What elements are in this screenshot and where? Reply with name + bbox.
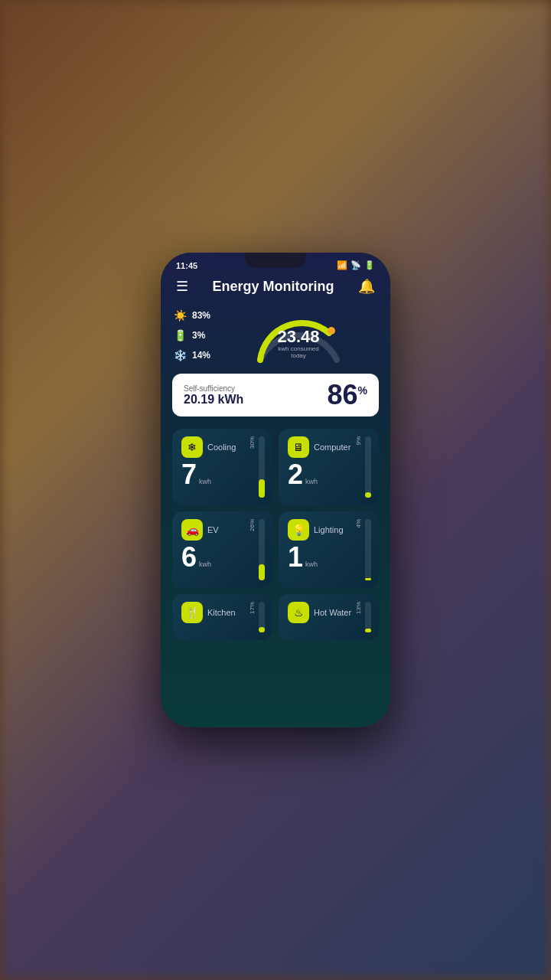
energy-cards-grid: ❄ Cooling 7 kwh 30% 🖥: [161, 423, 390, 594]
cooling-percent-label: 30%: [249, 436, 256, 449]
ev-icon: 🚗: [181, 519, 203, 541]
computer-percent-label: 9%: [355, 436, 362, 446]
stats-left-panel: ☀️ 83% 🔋 3% ❄️ 14%: [172, 308, 210, 363]
gauge-label: kwh consumed today: [274, 345, 324, 360]
app-header: ☰ Energy Monitoring 🔔: [161, 274, 390, 302]
hot-water-progress-bar: [365, 602, 371, 632]
sufficiency-percent: 86%: [328, 381, 368, 409]
battery-value: 3%: [192, 330, 205, 341]
computer-label: Computer: [314, 443, 350, 452]
cooling-unit: kwh: [199, 478, 211, 485]
kitchen-card[interactable]: 🍴 Kitchen 17%: [172, 594, 272, 640]
computer-progress-bar: [365, 436, 371, 498]
computer-icon: 🖥: [288, 436, 309, 458]
computer-number: 2: [288, 461, 303, 488]
hot-water-progress-fill: [365, 629, 371, 632]
hot-water-percent-label: 13%: [355, 602, 362, 614]
snow-value: 14%: [192, 350, 210, 361]
ev-unit: kwh: [199, 560, 211, 568]
ev-progress-fill: [259, 564, 265, 580]
lighting-unit: kwh: [305, 560, 318, 568]
kitchen-progress-fill: [259, 627, 265, 632]
cooling-progress-bar: [259, 436, 265, 498]
snow-icon: ❄️: [172, 348, 187, 363]
battery-stat-icon: 🔋: [172, 328, 187, 343]
ev-label: EV: [207, 525, 219, 534]
phone-screen: 11:45 📶 📡 🔋 ☰ Energy Monitoring 🔔 ☀️: [161, 253, 390, 727]
bottom-cards-grid: 🍴 Kitchen 17% ♨ Hot Water 13%: [161, 594, 390, 646]
computer-unit: kwh: [305, 478, 318, 485]
stats-gauge-row: ☀️ 83% 🔋 3% ❄️ 14%: [161, 302, 390, 368]
battery-stat-item: 🔋 3%: [172, 328, 210, 343]
lighting-card[interactable]: 💡 Lighting 1 kwh 4%: [279, 511, 379, 588]
cooling-card[interactable]: ❄ Cooling 7 kwh 30%: [172, 429, 272, 505]
cooling-progress-fill: [259, 479, 265, 498]
lighting-number: 1: [288, 544, 303, 571]
energy-gauge: 23.48 kwh consumed today: [218, 306, 379, 364]
status-time: 11:45: [176, 261, 197, 270]
ev-card[interactable]: 🚗 EV 6 kwh 26%: [172, 511, 272, 588]
solar-icon: ☀️: [172, 308, 187, 323]
phone-frame: 11:45 📶 📡 🔋 ☰ Energy Monitoring 🔔 ☀️: [161, 253, 390, 727]
kitchen-label: Kitchen: [207, 608, 236, 617]
hot-water-icon: ♨: [288, 602, 309, 623]
page-title: Energy Monitoring: [213, 279, 334, 295]
gauge-value: 23.48 kwh consumed today: [274, 328, 324, 360]
cooling-number: 7: [181, 461, 197, 488]
phone-notch: [245, 253, 306, 268]
computer-progress-fill: [365, 492, 371, 498]
computer-kwh-row: 2 kwh: [288, 461, 370, 488]
kitchen-percent-label: 17%: [249, 602, 256, 614]
notification-bell-icon[interactable]: 🔔: [358, 278, 375, 295]
ev-kwh-row: 6 kwh: [181, 544, 263, 571]
kitchen-icon: 🍴: [181, 602, 203, 623]
sufficiency-kwh: 20.19 kWh: [184, 393, 243, 407]
status-icons: 📶 📡 🔋: [337, 260, 375, 270]
solar-stat-item: ☀️ 83%: [172, 308, 210, 323]
lighting-icon: 💡: [288, 519, 309, 541]
kitchen-progress-bar: [259, 602, 265, 632]
battery-icon: 🔋: [364, 260, 375, 270]
gauge-arc: 23.48 kwh consumed today: [249, 306, 348, 364]
wifi-icon: 📡: [350, 260, 361, 270]
cooling-icon: ❄: [181, 436, 203, 458]
ev-progress-bar: [259, 519, 265, 580]
svg-point-0: [328, 327, 335, 335]
hot-water-card[interactable]: ♨ Hot Water 13%: [279, 594, 379, 640]
lighting-progress-bar: [365, 519, 371, 580]
sufficiency-left: Self-sufficiency 20.19 kWh: [184, 384, 243, 407]
cooling-label: Cooling: [207, 443, 236, 452]
solar-value: 83%: [192, 310, 210, 321]
ev-percent-label: 26%: [249, 519, 256, 531]
gauge-number: 23.48: [274, 328, 324, 345]
lighting-kwh-row: 1 kwh: [288, 544, 370, 571]
sufficiency-label: Self-sufficiency: [184, 384, 243, 393]
cooling-kwh-row: 7 kwh: [181, 461, 263, 488]
self-sufficiency-card: Self-sufficiency 20.19 kWh 86%: [172, 374, 379, 416]
lighting-percent-label: 4%: [355, 519, 362, 528]
menu-icon[interactable]: ☰: [176, 278, 188, 295]
lighting-progress-fill: [365, 578, 371, 580]
lighting-label: Lighting: [314, 525, 344, 534]
computer-card[interactable]: 🖥 Computer 2 kwh 9%: [279, 429, 379, 505]
hot-water-label: Hot Water: [314, 608, 351, 617]
ev-number: 6: [181, 544, 197, 571]
snow-stat-item: ❄️ 14%: [172, 348, 210, 363]
signal-icon: 📶: [337, 260, 347, 270]
